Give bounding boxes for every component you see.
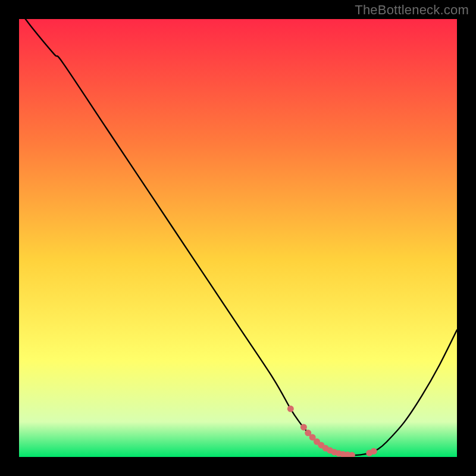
watermark-text: TheBottleneck.com — [355, 2, 469, 18]
highlight-dot — [287, 406, 294, 412]
chart-frame: TheBottleneck.com — [0, 0, 476, 476]
plot-area — [19, 19, 457, 457]
gradient-bg — [19, 19, 457, 457]
chart-svg — [19, 19, 457, 457]
highlight-dot — [371, 448, 377, 455]
highlight-dot — [300, 424, 307, 430]
